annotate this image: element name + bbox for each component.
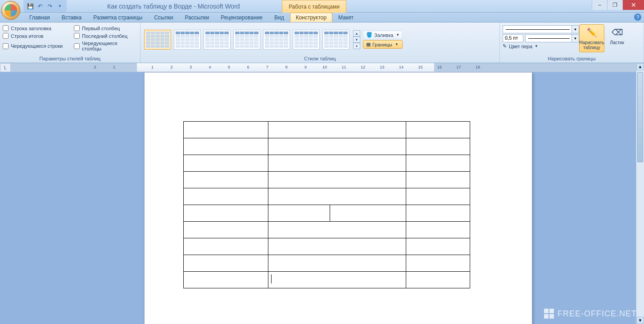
draw-table-button[interactable]: ✏️ Нарисовать таблицу bbox=[579, 24, 604, 52]
minimize-button[interactable]: – bbox=[592, 0, 607, 10]
tab-insert[interactable]: Вставка bbox=[56, 13, 88, 22]
tab-review[interactable]: Рецензирование bbox=[215, 13, 268, 22]
pen-color-button[interactable]: ✎Цвет пера▼ bbox=[503, 43, 579, 49]
line-style-select[interactable]: ▼ bbox=[503, 25, 579, 33]
pencil-table-icon: ✏️ bbox=[585, 27, 598, 39]
tab-view[interactable]: Вид bbox=[268, 13, 290, 22]
line-weight-preview[interactable]: ▼ bbox=[525, 34, 579, 42]
eraser-icon: ⌫ bbox=[611, 27, 623, 39]
check-last-column[interactable]: Последний столбец bbox=[74, 33, 137, 39]
window-controls: – ❐ ✕ bbox=[592, 0, 644, 10]
undo-icon[interactable]: ↶ bbox=[36, 2, 44, 10]
chevron-down-icon: ▼ bbox=[571, 35, 579, 42]
scroll-down-icon[interactable]: ▼ bbox=[636, 317, 644, 324]
redo-icon[interactable]: ↷ bbox=[46, 2, 54, 10]
scrollbar-thumb[interactable] bbox=[637, 72, 643, 162]
chevron-down-icon: ▼ bbox=[396, 33, 399, 37]
table-style-thumb-4[interactable] bbox=[233, 30, 260, 50]
tab-page-layout[interactable]: Разметка страницы bbox=[87, 13, 148, 22]
contextual-tab-table-tools[interactable]: Работа с таблицами bbox=[282, 0, 346, 13]
gallery-down-icon[interactable]: ▼ bbox=[353, 37, 360, 43]
workarea: L 21123456789101112131415161718 bbox=[0, 63, 644, 324]
table-style-thumb-2[interactable] bbox=[174, 30, 201, 50]
office-button[interactable] bbox=[1, 1, 20, 20]
tab-home[interactable]: Главная bbox=[23, 13, 56, 22]
table-style-thumb-7[interactable] bbox=[322, 30, 349, 50]
ribbon-tabs: Главная Вставка Разметка страницы Ссылки… bbox=[0, 13, 644, 23]
chevron-down-icon: ▼ bbox=[571, 26, 579, 33]
group-label-draw: Нарисовать границы bbox=[503, 55, 641, 63]
group-table-style-options: Строка заголовка Первый столбец Строка и… bbox=[0, 23, 141, 63]
borders-icon: ▦ bbox=[366, 41, 371, 47]
save-icon[interactable]: 💾 bbox=[26, 2, 34, 10]
group-label-options: Параметры стилей таблиц bbox=[3, 55, 137, 63]
group-label-styles: Стили таблиц bbox=[143, 55, 497, 63]
check-total-row[interactable]: Строка итогов bbox=[3, 33, 66, 39]
bucket-icon: 🪣 bbox=[366, 32, 372, 38]
check-first-column[interactable]: Первый столбец bbox=[74, 25, 137, 31]
table-style-thumb-1[interactable] bbox=[144, 30, 171, 50]
help-icon[interactable]: ? bbox=[634, 14, 641, 21]
watermark: FREE-OFFICE.NET bbox=[544, 309, 637, 319]
tab-references[interactable]: Ссылки bbox=[148, 13, 179, 22]
gallery-more-icon[interactable]: ▾ bbox=[353, 43, 360, 49]
pen-icon: ✎ bbox=[503, 43, 507, 49]
shading-button[interactable]: 🪣Заливка▼ bbox=[363, 31, 403, 39]
check-banded-columns[interactable]: Чередующиеся столбцы bbox=[74, 41, 137, 51]
chevron-down-icon: ▼ bbox=[535, 44, 538, 48]
titlebar: 💾 ↶ ↷ ▼ Как создать таблицу в Ворде - Mi… bbox=[0, 0, 644, 13]
group-draw-borders: ▼ 0,5 пт ▼ ✎Цвет пера▼ ✏️ Нарисовать таб… bbox=[500, 23, 644, 63]
close-button[interactable]: ✕ bbox=[622, 0, 644, 10]
page bbox=[144, 72, 532, 324]
table-style-thumb-6[interactable] bbox=[293, 30, 320, 50]
document-area[interactable] bbox=[11, 72, 636, 324]
eraser-button[interactable]: ⌫ Ластик bbox=[604, 24, 630, 47]
ruler-corner[interactable]: L bbox=[0, 63, 11, 72]
tab-design[interactable]: Конструктор bbox=[290, 13, 332, 22]
tab-mailings[interactable]: Рассылки bbox=[179, 13, 215, 22]
check-header-row[interactable]: Строка заголовка bbox=[3, 25, 66, 31]
maximize-button[interactable]: ❐ bbox=[607, 0, 622, 10]
scroll-up-icon[interactable]: ▲ bbox=[636, 63, 644, 70]
gallery-scroll: ▲ ▼ ▾ bbox=[353, 30, 360, 49]
quick-access-toolbar: 💾 ↶ ↷ ▼ bbox=[23, 0, 67, 12]
text-cursor-cell[interactable] bbox=[268, 272, 406, 288]
table-style-thumb-5[interactable] bbox=[263, 30, 290, 50]
tab-layout[interactable]: Макет bbox=[332, 13, 359, 22]
borders-button[interactable]: ▦Границы▼ bbox=[363, 40, 403, 49]
table-style-thumb-3[interactable] bbox=[204, 30, 231, 50]
gallery-up-icon[interactable]: ▲ bbox=[353, 30, 360, 37]
windows-logo-icon bbox=[544, 309, 554, 319]
line-weight-value[interactable]: 0,5 пт bbox=[503, 34, 523, 42]
vertical-scrollbar[interactable]: ▲ ▼ bbox=[636, 63, 644, 324]
chevron-down-icon: ▼ bbox=[395, 42, 399, 46]
qat-dropdown-icon[interactable]: ▼ bbox=[56, 2, 64, 10]
horizontal-ruler[interactable]: 21123456789101112131415161718 bbox=[11, 63, 636, 72]
cell-split-line bbox=[330, 205, 330, 221]
window-title: Как создать таблицу в Ворде - Microsoft … bbox=[67, 3, 644, 10]
table-style-gallery: ▲ ▼ ▾ bbox=[143, 29, 361, 50]
check-banded-rows[interactable]: Чередующиеся строки bbox=[3, 41, 66, 51]
ribbon: Строка заголовка Первый столбец Строка и… bbox=[0, 23, 644, 63]
group-table-styles: ▲ ▼ ▾ 🪣Заливка▼ ▦Границы▼ Стили таблиц bbox=[141, 23, 500, 63]
document-table[interactable] bbox=[183, 121, 470, 288]
